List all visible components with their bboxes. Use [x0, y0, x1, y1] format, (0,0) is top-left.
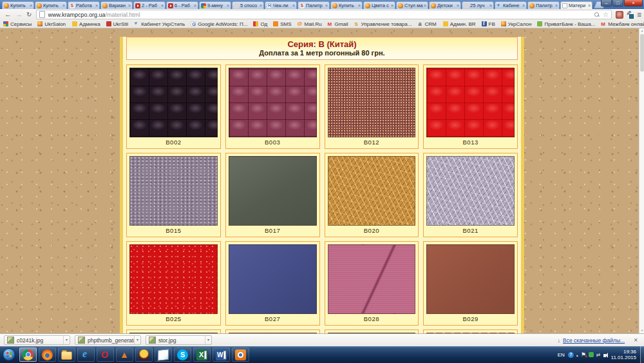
show-desktop-button[interactable] [640, 346, 644, 363]
bookmark-crm[interactable]: CRM [417, 21, 436, 27]
help-tray-icon[interactable] [568, 352, 574, 358]
bookmark-od[interactable]: Од [253, 21, 267, 27]
tab-youtube-6[interactable]: 6 - Раб× [166, 1, 198, 9]
tab-close-icon[interactable]: × [161, 3, 164, 8]
taskbar-firefox[interactable] [39, 348, 56, 362]
refresh-icon[interactable]: ↻ [26, 10, 32, 19]
tab-close-icon[interactable]: × [457, 3, 459, 8]
maximize-button[interactable]: □ [612, 0, 623, 6]
taskbar-skype[interactable] [174, 348, 191, 362]
tab-kupit-1[interactable]: Купить× [2, 1, 34, 9]
tab-close-icon[interactable]: × [588, 3, 591, 8]
tab-close-icon[interactable]: × [391, 3, 393, 8]
taskbar-notepad[interactable] [155, 348, 172, 362]
minimize-button[interactable]: – [601, 0, 612, 6]
extension-icon-1[interactable] [616, 11, 623, 19]
bookmark-ukrsalon[interactable]: UkrSalon [37, 21, 66, 27]
tab-close-icon[interactable]: × [292, 3, 295, 8]
bookmark-upravlenie[interactable]: Управление товара... [354, 21, 412, 27]
bookmark-servisy[interactable]: Сервисы [3, 21, 32, 27]
tab-close-icon[interactable]: × [194, 3, 196, 8]
tab-kupit-2[interactable]: Купить× [35, 1, 67, 9]
tab-close-icon[interactable]: × [95, 3, 98, 8]
bookmark-gmail[interactable]: Gmail [328, 21, 348, 27]
bookmark-sms[interactable]: SMS [273, 21, 291, 27]
download-caret-icon[interactable]: ▾ [63, 336, 70, 344]
close-shelf-icon[interactable]: × [634, 337, 638, 344]
address-bar[interactable]: www.krampcpo.org.ua /material.html ☆ [36, 10, 612, 19]
tab-close-icon[interactable]: × [358, 3, 361, 8]
swatch-image-b013[interactable] [426, 68, 515, 137]
action-center-flag-icon[interactable]: ⚑ [581, 351, 586, 358]
bookmark-adminka[interactable]: Админка [71, 21, 100, 27]
tab-chek-list[interactable]: Чек-ли× [265, 1, 297, 9]
bookmark-kabinet-ukrstil[interactable]: Кабинет УкрСтиль [134, 21, 185, 27]
taskbar-clock[interactable]: 19:36 11.01.2015 [611, 349, 636, 360]
scroll-up-icon[interactable]: ▲ [639, 28, 644, 34]
bookmark-fb[interactable]: FB [482, 21, 495, 27]
tab-close-icon[interactable]: × [424, 3, 426, 8]
antivirus-tray-icon[interactable] [589, 352, 594, 357]
download-caret-icon[interactable]: ▾ [205, 336, 211, 344]
tab-close-icon[interactable]: × [522, 3, 525, 8]
taskbar-photo-viewer[interactable] [232, 348, 249, 362]
download-caret-icon[interactable]: ▾ [134, 336, 140, 344]
taskbar-opera[interactable] [97, 348, 114, 362]
bookmark-privatbank[interactable]: ПриватБанк - Ваша... [537, 21, 595, 27]
swatch-image-b029[interactable] [426, 244, 515, 314]
taskbar-chrome[interactable] [19, 348, 37, 362]
bookmark-admin-br[interactable]: Админ. BR [442, 21, 476, 27]
download-item[interactable]: stor.jpg▾ [146, 335, 212, 345]
tab-9-minut[interactable]: 9-мину× [199, 1, 231, 9]
taskbar-explorer[interactable] [58, 348, 75, 362]
scrollbar-thumb[interactable] [640, 34, 644, 72]
swatch-image-b020[interactable] [328, 156, 416, 226]
bookmark-ukrstil[interactable]: UkrStil [106, 21, 129, 27]
swatch-image-b002[interactable] [129, 68, 218, 137]
swatch-image-b021[interactable] [426, 156, 515, 226]
tab-close-icon[interactable]: × [128, 3, 131, 8]
tab-palitra-2[interactable]: Палитр× [527, 1, 560, 9]
download-item[interactable]: c0241k.jpg▾ [4, 335, 70, 345]
tab-5-sposobov[interactable]: 5 спосо× [232, 1, 264, 9]
swatch-image-b015[interactable] [129, 156, 218, 226]
tab-close-icon[interactable]: × [555, 3, 558, 8]
tab-palitra-1[interactable]: Палитр× [298, 1, 330, 9]
swatch-image-b027[interactable] [229, 244, 317, 314]
start-button[interactable] [3, 348, 15, 361]
taskbar-vlc[interactable] [116, 348, 133, 362]
tray-expand-icon[interactable]: ▴ [576, 353, 578, 357]
back-icon[interactable]: ← [5, 10, 12, 19]
color-picker-extension-icon[interactable] [626, 11, 634, 19]
taskbar-aimp[interactable] [135, 348, 153, 362]
bookmark-ukrsalon-2[interactable]: УкрСалон [501, 21, 532, 27]
tab-stul[interactable]: Стул ма× [396, 1, 428, 9]
menu-icon[interactable]: ≡ [637, 10, 641, 19]
taskbar-ie[interactable] [77, 348, 95, 362]
tab-rabota[interactable]: Работа× [68, 1, 100, 9]
bookmark-mezhbank[interactable]: Межбанк онлайн, ... [601, 21, 644, 27]
tab-close-icon[interactable]: × [489, 3, 492, 8]
scroll-down-icon[interactable]: ▼ [639, 328, 644, 333]
tab-kupit-3[interactable]: Купить× [330, 1, 363, 9]
swatch-image-b017[interactable] [229, 156, 317, 226]
bookmark-adwords[interactable]: Google AdWords: П... [191, 21, 247, 27]
tab-youtube-2[interactable]: 2 - Раб× [133, 1, 166, 9]
forward-icon[interactable]: → [15, 10, 23, 19]
tab-25-luchshih[interactable]: 25 луч× [462, 1, 494, 9]
search-icon[interactable] [594, 12, 599, 17]
swatch-image-b025[interactable] [129, 244, 218, 314]
tab-close-icon[interactable]: × [62, 3, 65, 8]
tab-kabinet[interactable]: Кабине× [495, 1, 527, 9]
taskbar-word[interactable] [213, 348, 230, 362]
bookmark-mailru[interactable]: Mail.Ru [297, 21, 321, 27]
close-button[interactable]: × [624, 0, 643, 6]
tab-material-active[interactable]: Матери× [560, 1, 592, 9]
bookmark-star-icon[interactable]: ☆ [603, 11, 609, 19]
language-indicator[interactable]: EN [558, 352, 565, 358]
page-scrollbar[interactable]: ▲ ▼ [639, 28, 644, 333]
tab-close-icon[interactable]: × [325, 3, 328, 8]
tab-close-icon[interactable]: × [227, 3, 229, 8]
download-item[interactable]: phpthumb_generate....jpg▾ [75, 335, 141, 345]
swatch-image-b028[interactable] [328, 244, 416, 314]
